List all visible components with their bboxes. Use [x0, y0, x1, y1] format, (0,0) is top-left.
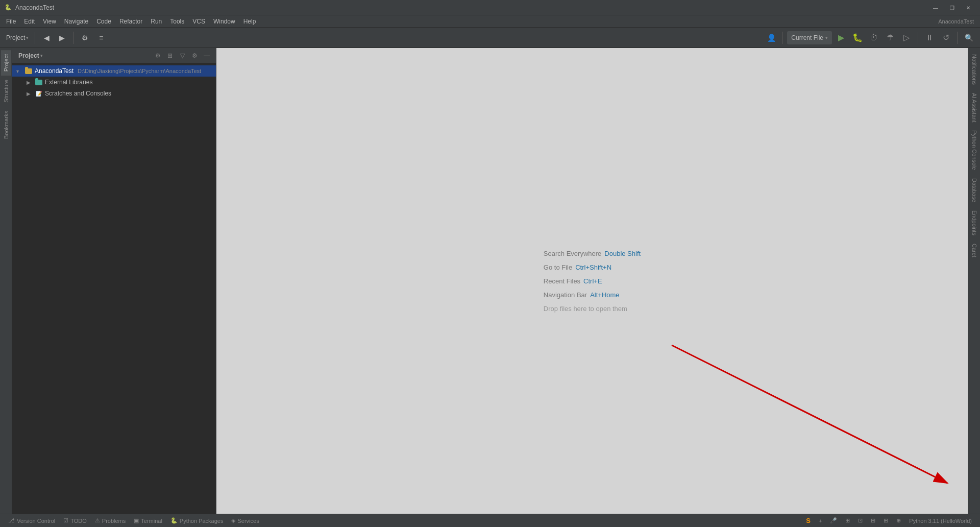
menu-tools[interactable]: Tools — [166, 15, 188, 28]
todo-icon: ☑ — [63, 517, 68, 524]
problems-label: Problems — [102, 518, 126, 524]
status-plus-icon[interactable]: + — [815, 514, 826, 528]
right-tab-notifications[interactable]: Notifications — [969, 50, 979, 89]
debug-button[interactable]: 🐛 — [850, 31, 865, 45]
status-problems[interactable]: ⚠ Problems — [91, 514, 130, 528]
folder-icon-scratches: 📝 — [35, 90, 43, 97]
sidebar-tab-project[interactable]: Project — [1, 50, 11, 76]
tree-arrow-external: ▶ — [27, 80, 33, 85]
todo-label: TODO — [70, 518, 87, 524]
toolbar-settings-btn[interactable]: ⚙ — [78, 31, 92, 45]
title-bar: 🐍 AnacondaTest — ❐ ✕ — [0, 0, 980, 15]
run-button[interactable]: ▶ — [834, 31, 848, 45]
tree-item-external[interactable]: ▶ External Libraries — [12, 77, 216, 88]
status-layout1-icon[interactable]: ⊞ — [841, 514, 854, 528]
status-layout3-icon[interactable]: ⊞ — [867, 514, 879, 528]
plus-icon: + — [819, 518, 822, 524]
toolbar-separator-5 — [957, 32, 958, 44]
project-panel: Project ▾ ⚙ ⊞ ▽ ⚙ — ▾ AnacondaTest D:\Di… — [12, 48, 216, 514]
panel-gear-btn[interactable]: ⚙ — [189, 51, 200, 61]
main-layout: Project Structure Bookmarks Project ▾ ⚙ … — [0, 48, 980, 514]
search-everywhere-btn[interactable]: 🔍 — [962, 31, 976, 45]
editor-area: Search Everywhere Double Shift Go to Fil… — [216, 48, 968, 514]
problems-icon: ⚠ — [95, 517, 100, 524]
sidebar-tab-structure[interactable]: Structure — [1, 76, 11, 107]
search-everywhere-hint: Search Everywhere Double Shift — [544, 250, 641, 257]
goto-file-hint: Go to File Ctrl+Shift+N — [544, 264, 611, 271]
toolbar: Project ▾ ◀ ▶ ⚙ ≡ 👤 Current File ▾ ▶ 🐛 ⏱… — [0, 28, 980, 48]
project-panel-header: Project ▾ ⚙ ⊞ ▽ ⚙ — — [12, 48, 216, 63]
profile-button[interactable]: ⏱ — [867, 31, 881, 45]
svg-line-1 — [672, 345, 947, 483]
menu-refactor[interactable]: Refactor — [115, 15, 146, 28]
close-button[interactable]: ✕ — [961, 0, 976, 15]
right-tab-endpoints[interactable]: Endpoints — [969, 206, 979, 239]
status-mic-icon[interactable]: 🎤 — [826, 514, 841, 528]
toolbar-nav-fwd[interactable]: ▶ — [55, 31, 69, 45]
rerun-button[interactable]: ↺ — [939, 31, 953, 45]
menu-window[interactable]: Window — [209, 15, 239, 28]
right-sidebar: Notifications AI Assistant Python Consol… — [968, 48, 980, 514]
status-services[interactable]: ◈ Services — [227, 514, 263, 528]
right-tab-python-console[interactable]: Python Console — [969, 126, 979, 174]
tree-arrow-scratches: ▶ — [27, 91, 33, 97]
project-dropdown[interactable]: Project ▾ — [4, 33, 31, 42]
folder-icon-external — [35, 79, 43, 86]
layout3-icon: ⊞ — [871, 517, 875, 524]
status-todo[interactable]: ☑ TODO — [59, 514, 91, 528]
status-python-packages[interactable]: 🐍 Python Packages — [166, 514, 228, 528]
status-version-control[interactable]: ⎇ Version Control — [4, 514, 59, 528]
layout2-icon: ⊡ — [858, 517, 863, 524]
menu-file[interactable]: File — [2, 15, 20, 28]
toolbar-filter-btn[interactable]: ≡ — [94, 31, 108, 45]
recent-files-shortcut: Ctrl+E — [583, 277, 602, 285]
panel-settings-btn[interactable]: ⚙ — [153, 51, 163, 61]
menu-help[interactable]: Help — [239, 15, 260, 28]
right-tab-ai-assistant[interactable]: AI Assistant — [969, 89, 979, 126]
coverage-button[interactable]: ☂ — [883, 31, 897, 45]
status-terminal[interactable]: ▣ Terminal — [130, 514, 166, 528]
restore-button[interactable]: ❐ — [944, 0, 960, 15]
drop-files-text: Drop files here to open them — [544, 305, 627, 313]
status-layout4-icon[interactable]: ⊞ — [879, 514, 892, 528]
tree-arrow-root: ▾ — [16, 68, 22, 74]
layout1-icon: ⊞ — [845, 517, 850, 524]
status-python-version[interactable]: Python 3.11 (HelloWorld) — [905, 514, 976, 528]
menu-vcs[interactable]: VCS — [188, 15, 209, 28]
minimize-button[interactable]: — — [928, 0, 943, 15]
nav-bar-hint: Navigation Bar Alt+Home — [544, 291, 620, 299]
status-add-icon[interactable]: ⊕ — [892, 514, 905, 528]
run-config-label: Current File — [791, 34, 823, 41]
menu-code[interactable]: Code — [92, 15, 115, 28]
sidebar-tab-bookmarks[interactable]: Bookmarks — [1, 107, 11, 143]
panel-layout-btn[interactable]: ⊞ — [165, 51, 175, 61]
menu-edit[interactable]: Edit — [20, 15, 39, 28]
panel-collapse-btn[interactable]: — — [202, 51, 212, 61]
tree-label-root: AnacondaTest — [35, 67, 74, 75]
status-sonar-icon[interactable]: S — [802, 514, 815, 528]
panel-title-dropdown[interactable]: Project ▾ — [16, 51, 45, 60]
python-packages-label: Python Packages — [180, 518, 224, 524]
status-layout2-icon[interactable]: ⊡ — [854, 514, 867, 528]
run-configuration[interactable]: Current File ▾ — [787, 31, 832, 44]
mic-icon: 🎤 — [830, 517, 837, 524]
menu-navigate[interactable]: Navigate — [60, 15, 92, 28]
window-title: AnacondaTest — [15, 4, 54, 11]
tree-item-scratches[interactable]: ▶ 📝 Scratches and Consoles — [12, 88, 216, 99]
recent-files-hint: Recent Files Ctrl+E — [544, 277, 602, 285]
run-with-button[interactable]: ▷ — [899, 31, 914, 45]
toolbar-nav-back[interactable]: ◀ — [39, 31, 54, 45]
status-bar: ⎇ Version Control ☑ TODO ⚠ Problems ▣ Te… — [0, 514, 980, 527]
menu-view[interactable]: View — [39, 15, 60, 28]
nav-bar-label: Navigation Bar — [544, 291, 587, 299]
menu-run[interactable]: Run — [146, 15, 166, 28]
panel-filter-btn[interactable]: ▽ — [177, 51, 187, 61]
stop-button[interactable]: ⏸ — [922, 31, 937, 45]
right-tab-caret[interactable]: Caret — [969, 239, 979, 261]
tree-item-root[interactable]: ▾ AnacondaTest D:\Ding\Jiaxiong\Projects… — [12, 65, 216, 77]
user-icon-btn[interactable]: 👤 — [764, 31, 778, 45]
app-icon: 🐍 — [4, 4, 12, 12]
project-label: Project — [6, 34, 25, 41]
right-tab-database[interactable]: Database — [969, 174, 979, 206]
python-version-label: Python 3.11 (HelloWorld) — [909, 518, 972, 524]
